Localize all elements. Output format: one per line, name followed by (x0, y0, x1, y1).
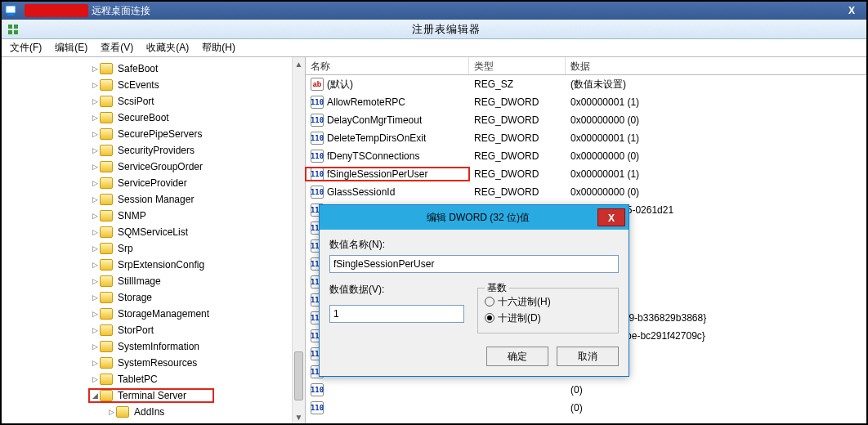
radix-hex-radio[interactable]: 十六进制(H) (485, 293, 611, 310)
registry-tree-pane[interactable]: ▷SafeBoot▷ScEvents▷ScsiPort▷SecureBoot▷S… (2, 57, 306, 423)
registry-value-row[interactable]: 110AllowRemoteRPCREG_DWORD0x00000001 (1) (306, 93, 866, 111)
rdp-icon (5, 4, 18, 17)
tree-node[interactable]: ▷SecurityProviders (5, 142, 305, 159)
svg-rect-1 (7, 14, 14, 16)
remote-close-button[interactable]: X (837, 2, 866, 20)
col-data[interactable]: 数据 (566, 57, 866, 74)
expander-closed-icon[interactable]: ▷ (90, 293, 100, 302)
tree-node-label: SafeBoot (116, 63, 159, 74)
tree-node[interactable]: ▷ServiceProvider (5, 175, 305, 191)
registry-value-row[interactable]: 110fDenyTSConnectionsREG_DWORD0x00000000… (306, 147, 866, 165)
value-type: REG_DWORD (469, 132, 566, 144)
tree-node[interactable]: ▷Storage (5, 289, 305, 306)
value-data: 0x00000000 (0) (566, 186, 866, 198)
tree-node[interactable]: ▷StorPort (5, 322, 305, 338)
expander-closed-icon[interactable]: ▷ (90, 228, 100, 236)
expander-closed-icon[interactable]: ▷ (90, 277, 100, 285)
expander-closed-icon[interactable]: ▷ (90, 326, 100, 334)
expander-open-icon[interactable]: ◢ (90, 391, 100, 400)
registry-value-row[interactable]: 110GlassSessionIdREG_DWORD0x00000000 (0) (306, 183, 866, 201)
registry-value-row[interactable]: 110fSingleSessionPerUserREG_DWORD0x00000… (306, 165, 866, 183)
registry-value-row[interactable]: 110(0) (306, 399, 866, 417)
expander-closed-icon[interactable]: ▷ (90, 130, 100, 138)
menu-edit[interactable]: 编辑(E) (51, 41, 91, 55)
expander-closed-icon[interactable]: ▷ (90, 146, 100, 154)
expander-closed-icon[interactable]: ▷ (90, 375, 100, 383)
tree-node[interactable]: ▷ServiceGroupOrder (5, 159, 305, 175)
tree-node[interactable]: ▷StorageManagement (5, 306, 305, 322)
menu-file[interactable]: 文件(F) (7, 41, 45, 55)
tree-node[interactable]: ▷SystemResources (5, 355, 305, 371)
radio-dot-hex (485, 297, 494, 306)
value-data: 0x00000001 (1) (566, 168, 866, 180)
expander-closed-icon[interactable]: ▷ (90, 310, 100, 318)
radix-dec-radio[interactable]: 十进制(D) (485, 310, 611, 326)
svg-rect-3 (14, 25, 18, 29)
value-name: DelayConMgrTimeout (327, 114, 422, 126)
menu-favorites[interactable]: 收藏夹(A) (143, 41, 192, 55)
value-data: 0x00000000 (0) (566, 150, 866, 162)
col-name[interactable]: 名称 (306, 57, 469, 74)
value-type: REG_SZ (469, 78, 566, 90)
expander-closed-icon[interactable]: ▷ (90, 114, 100, 122)
expander-closed-icon[interactable]: ▷ (90, 342, 100, 351)
folder-icon (100, 259, 113, 271)
tree-node[interactable]: ▷StillImage (5, 273, 305, 289)
tree-node[interactable]: ◢Terminal Server (5, 387, 305, 404)
tree-node[interactable]: ▷SecurePipeServers (5, 126, 305, 142)
registry-value-row[interactable]: 110(0) (306, 381, 866, 399)
tree-node[interactable]: ▷Srp (5, 240, 305, 257)
folder-icon (100, 112, 113, 123)
scroll-down-arrow[interactable]: ▼ (293, 410, 305, 423)
col-type[interactable]: 类型 (469, 57, 566, 74)
tree-node[interactable]: ▷TabletPC (5, 371, 305, 387)
expander-closed-icon[interactable]: ▷ (90, 244, 100, 253)
registry-value-row[interactable]: ab(默认)REG_SZ(数值未设置) (306, 75, 866, 93)
value-data-input[interactable] (329, 305, 464, 323)
remote-title-label: 远程桌面连接 (92, 4, 150, 18)
expander-closed-icon[interactable]: ▷ (90, 65, 100, 73)
expander-closed-icon[interactable]: ▷ (90, 81, 100, 89)
expander-closed-icon[interactable]: ▷ (90, 261, 100, 269)
expander-closed-icon[interactable]: ▷ (90, 195, 100, 204)
value-data-label: 数值数据(V): (329, 283, 464, 297)
registry-value-row[interactable]: 110DelayConMgrTimeoutREG_DWORD0x00000000… (306, 111, 866, 129)
value-type: REG_DWORD (469, 96, 566, 108)
menu-view[interactable]: 查看(V) (97, 41, 136, 55)
tree-node-label: Srp (116, 243, 135, 254)
expander-closed-icon[interactable]: ▷ (90, 179, 100, 187)
tree-node[interactable]: ▷ScEvents (5, 77, 305, 93)
menu-help[interactable]: 帮助(H) (199, 41, 239, 55)
tree-node-label: ScsiPort (116, 96, 156, 107)
scroll-up-arrow[interactable]: ▲ (293, 57, 305, 70)
tree-node-label: AddIns (132, 406, 166, 418)
dialog-titlebar[interactable]: 编辑 DWORD (32 位)值 X (320, 205, 629, 230)
tree-node[interactable]: ▷SrpExtensionConfig (5, 257, 305, 273)
dialog-close-button[interactable]: X (597, 208, 625, 226)
cancel-button[interactable]: 取消 (557, 347, 619, 366)
value-data: 0x00000000 (0) (566, 114, 866, 126)
expander-closed-icon[interactable]: ▷ (90, 359, 100, 367)
expander-closed-icon[interactable]: ▷ (90, 212, 100, 220)
tree-node[interactable]: ▷AddIns (5, 404, 305, 420)
radix-fieldset: 基数 十六进制(H) 十进制(D) (477, 288, 619, 333)
expander-closed-icon[interactable]: ▷ (90, 163, 100, 171)
tree-node-label: SystemInformation (116, 341, 201, 352)
svg-rect-2 (8, 25, 12, 29)
tree-node[interactable]: ▷Session Manager (5, 191, 305, 208)
tree-node[interactable]: ▷SecureBoot (5, 110, 305, 126)
tree-node[interactable]: ▷ScsiPort (5, 93, 305, 110)
expander-closed-icon[interactable]: ▷ (106, 408, 116, 416)
ok-button[interactable]: 确定 (486, 347, 548, 366)
tree-node[interactable]: ▷SafeBoot (5, 60, 305, 77)
value-type: REG_DWORD (469, 186, 566, 198)
tree-node[interactable]: ▷SQMServiceList (5, 224, 305, 240)
expander-closed-icon[interactable]: ▷ (90, 97, 100, 105)
tree-node[interactable]: ▷SNMP (5, 208, 305, 224)
value-name-input[interactable] (329, 255, 619, 273)
tree-node[interactable]: ▷SystemInformation (5, 338, 305, 355)
tree-scrollbar[interactable]: ▲ ▼ (292, 57, 305, 423)
registry-value-row[interactable]: 110DeleteTempDirsOnExitREG_DWORD0x000000… (306, 129, 866, 147)
scroll-thumb[interactable] (294, 351, 303, 400)
folder-icon (100, 374, 113, 385)
